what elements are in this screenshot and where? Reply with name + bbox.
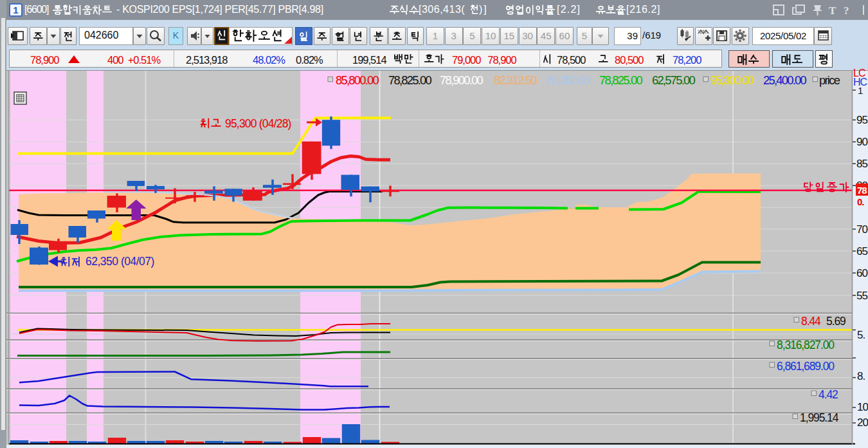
- svg-text:55: 55: [856, 290, 867, 302]
- svg-text:1,995.14: 1,995.14: [800, 411, 839, 424]
- svg-text:62,350 (04/07): 62,350 (04/07): [86, 255, 154, 268]
- svg-text:8,316,827.00: 8,316,827.00: [777, 339, 835, 351]
- svg-text:85,800.00: 85,800.00: [336, 73, 379, 87]
- svg-text:78: 78: [857, 185, 867, 196]
- svg-text:8.: 8.: [857, 370, 865, 382]
- svg-text:5.: 5.: [857, 329, 865, 341]
- svg-text:T: T: [829, 5, 836, 17]
- svg-text:10: 10: [857, 401, 868, 413]
- svg-text:?: ?: [844, 5, 849, 17]
- svg-text:82,312.50: 82,312.50: [494, 73, 538, 87]
- svg-text:8.44: 8.44: [801, 315, 821, 328]
- svg-text:95,300.00: 95,300.00: [710, 73, 754, 87]
- svg-text:85: 85: [856, 158, 867, 170]
- svg-text:5.69: 5.69: [826, 315, 845, 328]
- svg-text:78,825.00: 78,825.00: [388, 73, 432, 87]
- svg-text:price: price: [819, 73, 840, 87]
- svg-text:1: 1: [858, 85, 863, 96]
- svg-text:70: 70: [856, 223, 867, 236]
- svg-text:4.42: 4.42: [818, 388, 838, 401]
- svg-text:0.: 0.: [857, 196, 864, 207]
- svg-text:62,575.00: 62,575.00: [652, 73, 696, 87]
- svg-text:20: 20: [857, 416, 868, 429]
- svg-text:6,861,689.00: 6,861,689.00: [777, 360, 835, 373]
- svg-text:80,350.00: 80,350.00: [547, 73, 590, 87]
- svg-text:95: 95: [856, 114, 867, 126]
- svg-text:25,400.00: 25,400.00: [763, 73, 807, 87]
- svg-text:60: 60: [856, 267, 867, 279]
- svg-text:78,825.00: 78,825.00: [599, 73, 643, 87]
- svg-text:90: 90: [856, 136, 867, 148]
- svg-text:78,900.00: 78,900.00: [440, 73, 484, 87]
- svg-text:65: 65: [856, 245, 867, 257]
- svg-text:95,300 (04/28): 95,300 (04/28): [225, 117, 291, 130]
